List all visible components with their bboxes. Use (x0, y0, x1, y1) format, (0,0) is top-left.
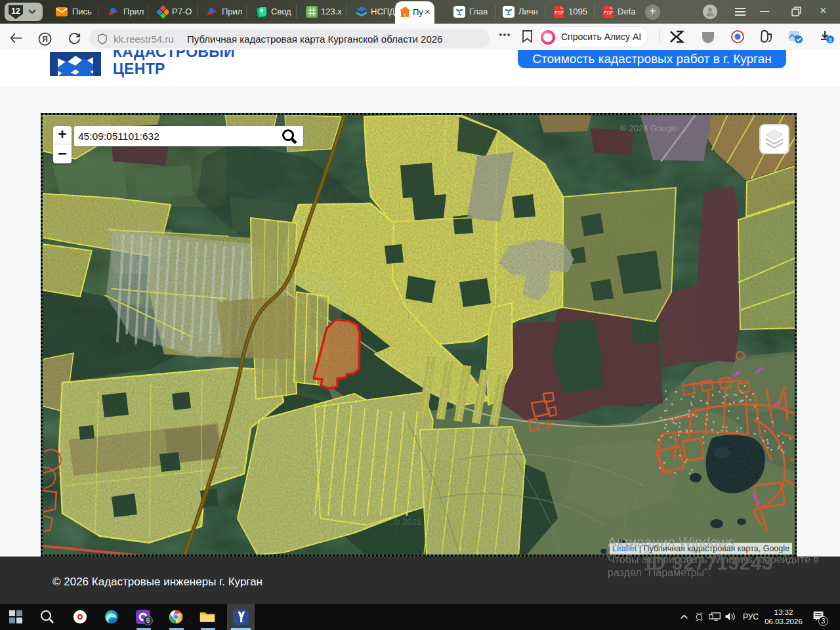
svg-text:PDF: PDF (604, 10, 613, 15)
svg-text:8: 8 (828, 37, 831, 43)
svg-text:Я: Я (42, 35, 48, 44)
svg-text:12: 12 (11, 7, 20, 16)
svg-text:PDF: PDF (555, 10, 564, 15)
